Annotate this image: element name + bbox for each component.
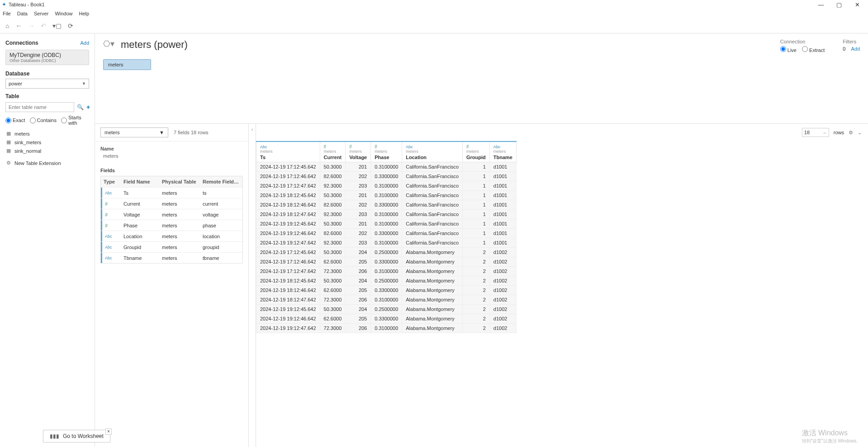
field-row[interactable]: #Voltagemetersvoltage (101, 209, 242, 220)
grid-header[interactable]: #metersVoltage (346, 141, 371, 162)
table-icon: ▦ (6, 148, 11, 154)
grid-row[interactable]: 2024-12-19 18:12:46.64282.60002020.33000… (256, 200, 517, 210)
grid-row[interactable]: 2024-12-19 17:12:45.64250.30002010.31000… (256, 162, 517, 172)
gear-icon[interactable]: ⚙ (849, 130, 853, 136)
menu-server[interactable]: Server (34, 11, 48, 16)
table-list-item[interactable]: ▦sink_normal (5, 146, 89, 155)
filters-label: Filters (843, 39, 860, 44)
table-label: Table (5, 93, 89, 99)
field-row[interactable]: AbcTsmetersts (101, 187, 242, 198)
tableau-icon: ✦ (2, 1, 6, 8)
home-icon[interactable]: ⌂ (5, 22, 9, 29)
grid-row[interactable]: 2024-12-19 18:12:45.64250.30002010.31000… (256, 191, 517, 200)
name-value: meters (100, 152, 243, 160)
fields-meta: 7 fields 18 rows (174, 130, 208, 135)
field-row[interactable]: #Currentmeterscurrent (101, 198, 242, 209)
new-table-extension[interactable]: ⚙ New Table Extension (5, 159, 89, 167)
grid-row[interactable]: 2024-12-19 19:12:45.64250.30002010.31000… (256, 219, 517, 229)
grid-row[interactable]: 2024-12-19 17:12:45.64250.30002040.25000… (256, 248, 517, 257)
table-chip[interactable]: meters (103, 59, 151, 70)
add-filter-button[interactable]: Add (851, 46, 860, 52)
undo-icon[interactable]: ↶ (41, 22, 46, 29)
table-list-item[interactable]: ▦meters (5, 129, 89, 138)
filters-count: 0 (843, 46, 845, 52)
rows-label: rows (834, 130, 844, 135)
refresh-icon[interactable]: ⟳ (68, 22, 73, 29)
extension-icon: ⚙ (6, 160, 11, 166)
database-value: power (9, 81, 22, 86)
database-label: Database (5, 71, 89, 77)
table-select[interactable]: meters ▼ (100, 127, 168, 137)
grid-row[interactable]: 2024-12-19 17:12:47.64292.30002030.31000… (256, 181, 517, 191)
table-icon: ▦ (6, 131, 11, 136)
grid-row[interactable]: 2024-12-19 17:12:46.64282.60002020.33000… (256, 172, 517, 181)
rows-input[interactable]: 18 → (802, 128, 829, 137)
table-list-item[interactable]: ▦sink_meters (5, 138, 89, 146)
close-goto-icon[interactable]: × (105, 428, 112, 435)
goto-worksheet-button[interactable]: ▮▮▮ Go to Worksheet × (43, 430, 110, 442)
connections-label: Connections (5, 40, 38, 46)
radio-live[interactable]: Live (780, 46, 797, 53)
menu-bar: File Data Server Window Help (0, 9, 868, 18)
menu-data[interactable]: Data (17, 11, 28, 16)
database-select[interactable]: power ▼ (5, 79, 89, 89)
grid-header[interactable]: #metersPhase (371, 141, 402, 162)
field-row[interactable]: AbcGroupidmetersgroupid (101, 241, 242, 252)
grid-row[interactable]: 2024-12-19 18:12:47.64272.30002060.31000… (256, 295, 517, 305)
grid-header[interactable]: #metersCurrent (320, 141, 346, 162)
join-canvas[interactable]: meters (95, 56, 868, 123)
add-table-icon[interactable]: + (86, 104, 90, 111)
add-connection-button[interactable]: Add (80, 40, 89, 46)
back-icon[interactable]: ← (15, 22, 22, 29)
window-title: Tableau - Book1 (9, 2, 45, 7)
title-bar: ✦ Tableau - Book1 — ▢ ✕ (0, 0, 868, 9)
forward-icon[interactable]: → (28, 22, 34, 29)
field-row[interactable]: AbcTbnamemeterstbname (101, 252, 242, 263)
grid-header[interactable]: #metersGroupid (463, 141, 490, 162)
left-sidebar: Connections Add MyTDengine (ODBC) Other … (0, 33, 95, 447)
grid-row[interactable]: 2024-12-19 19:12:45.64250.30002040.25000… (256, 305, 517, 314)
grid-row[interactable]: 2024-12-19 18:12:46.64262.60002050.33000… (256, 286, 517, 295)
nav-toolbar: ⌂ ← → ↶ ▾▢ ⟳ (0, 18, 868, 33)
maximize-button[interactable]: ▢ (830, 1, 848, 8)
datasource-icon: ⎔▾ (103, 39, 114, 49)
radio-exact[interactable]: Exact (5, 118, 25, 123)
grid-row[interactable]: 2024-12-19 17:12:46.64262.60002050.33000… (256, 257, 517, 267)
grid-row[interactable]: 2024-12-19 18:12:45.64250.30002040.25000… (256, 276, 517, 286)
grid-row[interactable]: 2024-12-19 19:12:46.64282.60002020.33000… (256, 229, 517, 238)
arrow-right-icon: → (822, 130, 827, 135)
connection-sub: Other Databases (ODBC) (9, 58, 85, 63)
radio-contains[interactable]: Contains (30, 118, 57, 123)
data-grid: AbcmetersTs#metersCurrent#metersVoltage#… (256, 141, 517, 333)
save-icon[interactable]: ▾▢ (52, 22, 62, 29)
search-icon[interactable]: 🔍 (77, 104, 84, 110)
menu-window[interactable]: Window (55, 11, 72, 16)
field-row[interactable]: #Phasemetersphase (101, 220, 242, 231)
grid-header[interactable]: AbcmetersLocation (402, 141, 463, 162)
grid-row[interactable]: 2024-12-19 19:12:47.64292.30002030.31000… (256, 238, 517, 248)
grid-header[interactable]: AbcmetersTbname (489, 141, 516, 162)
radio-starts[interactable]: Starts with (61, 115, 89, 126)
fields-table: TypeField NamePhysical TableRemote Field… (100, 176, 243, 263)
connection-mode-label: Connection (780, 39, 825, 44)
menu-file[interactable]: File (3, 11, 11, 16)
connection-item[interactable]: MyTDengine (ODBC) Other Databases (ODBC) (5, 50, 89, 65)
field-row[interactable]: AbcLocationmeterslocation (101, 231, 242, 241)
collapse-panel[interactable]: ‹ (249, 124, 256, 447)
grid-row[interactable]: 2024-12-19 18:12:47.64292.30002030.31000… (256, 210, 517, 219)
grid-row[interactable]: 2024-12-19 17:12:47.64272.30002060.31000… (256, 267, 517, 276)
close-button[interactable]: ✕ (848, 1, 866, 8)
page-title: meters (power) (121, 39, 188, 51)
table-list: ▦meters▦sink_meters▦sink_normal (5, 129, 89, 155)
grid-row[interactable]: 2024-12-19 19:12:46.64262.60002050.33000… (256, 314, 517, 324)
chevron-down-icon: ▼ (82, 81, 86, 86)
expand-icon[interactable]: ⌄ (858, 130, 862, 136)
menu-help[interactable]: Help (79, 11, 90, 16)
table-search-input[interactable] (5, 102, 74, 112)
grid-header[interactable]: AbcmetersTs (256, 141, 320, 162)
minimize-button[interactable]: — (812, 1, 830, 8)
grid-row[interactable]: 2024-12-19 19:12:47.64272.30002060.31000… (256, 324, 517, 333)
connection-name: MyTDengine (ODBC) (9, 52, 85, 58)
chevron-down-icon: ▼ (159, 130, 164, 135)
radio-extract[interactable]: Extract (802, 46, 825, 53)
